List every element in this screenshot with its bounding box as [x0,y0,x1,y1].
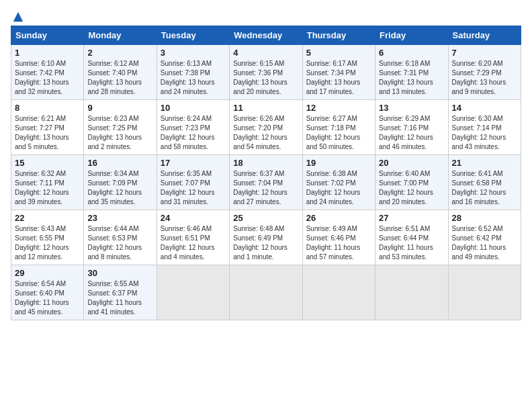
calendar-cell: 27Sunrise: 6:51 AM Sunset: 6:44 PM Dayli… [375,210,448,265]
day-number: 12 [306,103,371,113]
calendar-cell: 22Sunrise: 6:43 AM Sunset: 6:55 PM Dayli… [11,210,84,265]
day-number: 6 [379,48,444,58]
calendar-cell: 5Sunrise: 6:17 AM Sunset: 7:34 PM Daylig… [302,45,375,100]
day-number: 2 [87,48,152,58]
day-info: Sunrise: 6:34 AM Sunset: 7:09 PM Dayligh… [87,169,152,207]
calendar-cell: 14Sunrise: 6:30 AM Sunset: 7:14 PM Dayli… [448,100,521,155]
calendar-header-friday: Friday [375,26,448,45]
calendar-week-2: 8Sunrise: 6:21 AM Sunset: 7:27 PM Daylig… [11,100,521,155]
calendar-cell: 8Sunrise: 6:21 AM Sunset: 7:27 PM Daylig… [11,100,84,155]
day-info: Sunrise: 6:24 AM Sunset: 7:23 PM Dayligh… [161,114,226,152]
day-info: Sunrise: 6:51 AM Sunset: 6:44 PM Dayligh… [379,224,444,262]
calendar-cell: 13Sunrise: 6:29 AM Sunset: 7:16 PM Dayli… [375,100,448,155]
day-number: 16 [87,158,152,168]
day-info: Sunrise: 6:29 AM Sunset: 7:16 PM Dayligh… [379,114,444,152]
day-number: 13 [379,103,444,113]
calendar-header-wednesday: Wednesday [230,26,302,45]
day-info: Sunrise: 6:43 AM Sunset: 6:55 PM Dayligh… [15,224,80,262]
day-info: Sunrise: 6:15 AM Sunset: 7:36 PM Dayligh… [233,59,298,97]
calendar-cell: 30Sunrise: 6:55 AM Sunset: 6:37 PM Dayli… [84,265,157,320]
day-info: Sunrise: 6:37 AM Sunset: 7:04 PM Dayligh… [233,169,298,207]
calendar-cell: 9Sunrise: 6:23 AM Sunset: 7:25 PM Daylig… [84,100,157,155]
day-info: Sunrise: 6:26 AM Sunset: 7:20 PM Dayligh… [233,114,298,152]
header [11,11,521,20]
svg-marker-0 [13,12,23,21]
day-info: Sunrise: 6:54 AM Sunset: 6:40 PM Dayligh… [15,279,80,317]
day-number: 9 [87,103,152,113]
calendar-cell: 10Sunrise: 6:24 AM Sunset: 7:23 PM Dayli… [157,100,229,155]
calendar-cell: 12Sunrise: 6:27 AM Sunset: 7:18 PM Dayli… [302,100,375,155]
day-info: Sunrise: 6:49 AM Sunset: 6:46 PM Dayligh… [306,224,371,262]
calendar-cell: 17Sunrise: 6:35 AM Sunset: 7:07 PM Dayli… [157,155,229,210]
day-number: 15 [15,158,80,168]
day-number: 27 [379,213,444,223]
calendar-week-1: 1Sunrise: 6:10 AM Sunset: 7:42 PM Daylig… [11,45,521,100]
day-number: 17 [161,158,226,168]
calendar-cell: 24Sunrise: 6:46 AM Sunset: 6:51 PM Dayli… [157,210,229,265]
day-number: 23 [87,213,152,223]
day-number: 10 [161,103,226,113]
day-info: Sunrise: 6:41 AM Sunset: 6:58 PM Dayligh… [452,169,517,207]
calendar-cell: 16Sunrise: 6:34 AM Sunset: 7:09 PM Dayli… [84,155,157,210]
calendar-cell [230,265,302,320]
day-number: 14 [452,103,517,113]
day-number: 5 [306,48,371,58]
day-info: Sunrise: 6:17 AM Sunset: 7:34 PM Dayligh… [306,59,371,97]
calendar-cell: 7Sunrise: 6:20 AM Sunset: 7:29 PM Daylig… [448,45,521,100]
calendar-cell [448,265,521,320]
day-info: Sunrise: 6:48 AM Sunset: 6:49 PM Dayligh… [233,224,298,262]
day-number: 22 [15,213,80,223]
calendar-header-saturday: Saturday [448,26,521,45]
day-info: Sunrise: 6:38 AM Sunset: 7:02 PM Dayligh… [306,169,371,207]
day-number: 29 [15,268,80,278]
day-info: Sunrise: 6:12 AM Sunset: 7:40 PM Dayligh… [87,59,152,97]
calendar-header-row: SundayMondayTuesdayWednesdayThursdayFrid… [11,26,521,45]
calendar-header-sunday: Sunday [11,26,84,45]
calendar-cell [302,265,375,320]
day-number: 24 [161,213,226,223]
day-info: Sunrise: 6:55 AM Sunset: 6:37 PM Dayligh… [87,279,152,317]
calendar-week-3: 15Sunrise: 6:32 AM Sunset: 7:11 PM Dayli… [11,155,521,210]
calendar-header-tuesday: Tuesday [157,26,229,45]
logo [11,11,24,20]
day-number: 3 [161,48,226,58]
logo-icon [12,11,24,23]
day-number: 18 [233,158,298,168]
day-number: 20 [379,158,444,168]
day-number: 30 [87,268,152,278]
calendar-cell: 29Sunrise: 6:54 AM Sunset: 6:40 PM Dayli… [11,265,84,320]
calendar-cell: 4Sunrise: 6:15 AM Sunset: 7:36 PM Daylig… [230,45,302,100]
calendar-cell: 18Sunrise: 6:37 AM Sunset: 7:04 PM Dayli… [230,155,302,210]
calendar-cell [157,265,229,320]
day-info: Sunrise: 6:52 AM Sunset: 6:42 PM Dayligh… [452,224,517,262]
calendar-cell: 3Sunrise: 6:13 AM Sunset: 7:38 PM Daylig… [157,45,229,100]
calendar-cell: 20Sunrise: 6:40 AM Sunset: 7:00 PM Dayli… [375,155,448,210]
day-info: Sunrise: 6:44 AM Sunset: 6:53 PM Dayligh… [87,224,152,262]
day-info: Sunrise: 6:30 AM Sunset: 7:14 PM Dayligh… [452,114,517,152]
calendar-cell: 6Sunrise: 6:18 AM Sunset: 7:31 PM Daylig… [375,45,448,100]
day-number: 1 [15,48,80,58]
day-number: 21 [452,158,517,168]
day-info: Sunrise: 6:13 AM Sunset: 7:38 PM Dayligh… [161,59,226,97]
calendar-cell: 26Sunrise: 6:49 AM Sunset: 6:46 PM Dayli… [302,210,375,265]
day-number: 7 [452,48,517,58]
calendar-week-5: 29Sunrise: 6:54 AM Sunset: 6:40 PM Dayli… [11,265,521,320]
calendar-cell: 1Sunrise: 6:10 AM Sunset: 7:42 PM Daylig… [11,45,84,100]
calendar: SundayMondayTuesdayWednesdayThursdayFrid… [11,26,521,320]
day-info: Sunrise: 6:21 AM Sunset: 7:27 PM Dayligh… [15,114,80,152]
day-info: Sunrise: 6:35 AM Sunset: 7:07 PM Dayligh… [161,169,226,207]
day-info: Sunrise: 6:18 AM Sunset: 7:31 PM Dayligh… [379,59,444,97]
calendar-cell: 11Sunrise: 6:26 AM Sunset: 7:20 PM Dayli… [230,100,302,155]
calendar-cell: 19Sunrise: 6:38 AM Sunset: 7:02 PM Dayli… [302,155,375,210]
day-number: 26 [306,213,371,223]
day-info: Sunrise: 6:20 AM Sunset: 7:29 PM Dayligh… [452,59,517,97]
day-number: 8 [15,103,80,113]
calendar-cell: 23Sunrise: 6:44 AM Sunset: 6:53 PM Dayli… [84,210,157,265]
calendar-cell: 28Sunrise: 6:52 AM Sunset: 6:42 PM Dayli… [448,210,521,265]
day-info: Sunrise: 6:27 AM Sunset: 7:18 PM Dayligh… [306,114,371,152]
calendar-header-thursday: Thursday [302,26,375,45]
calendar-cell: 15Sunrise: 6:32 AM Sunset: 7:11 PM Dayli… [11,155,84,210]
day-number: 19 [306,158,371,168]
calendar-cell [375,265,448,320]
day-info: Sunrise: 6:32 AM Sunset: 7:11 PM Dayligh… [15,169,80,207]
